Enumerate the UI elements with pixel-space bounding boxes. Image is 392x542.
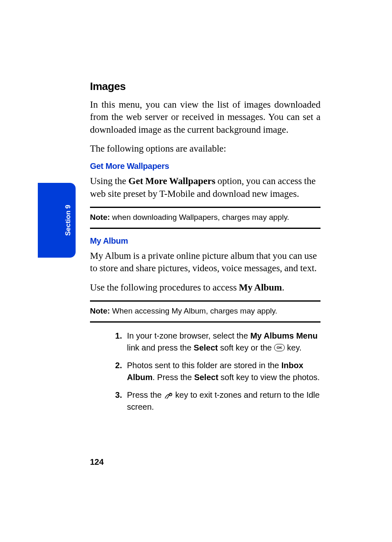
step-number: 2. <box>90 360 127 383</box>
subheading-my-album: My Album <box>90 236 321 246</box>
text: Using the <box>90 176 129 186</box>
text: In your t-zone browser, select the <box>127 331 250 340</box>
step-3: 3. Press the key to exit t-zones and ret… <box>90 389 321 413</box>
bold-my-album: My Album <box>239 282 282 293</box>
text: Press the <box>127 390 164 399</box>
note-body: when downloading Wallpapers, charges may… <box>110 213 289 221</box>
end-call-key-icon <box>164 392 173 400</box>
note-label: Note: <box>90 307 110 315</box>
text: Use the following procedures to access <box>90 282 239 293</box>
step-text: In your t-zone browser, select the My Al… <box>127 330 321 354</box>
step-2: 2. Photos sent to this folder are stored… <box>90 360 321 383</box>
note-wallpaper-charges: Note: when downloading Wallpapers, charg… <box>90 207 321 229</box>
step-text: Photos sent to this folder are stored in… <box>127 360 321 383</box>
bold-my-albums-menu: My Albums Menu <box>250 331 318 340</box>
my-album-desc: My Album is a private online picture alb… <box>90 250 321 275</box>
section-tab: Section 9 <box>38 183 76 258</box>
intro-paragraph-2: The following options are available: <box>90 143 321 155</box>
bold-select: Select <box>194 373 218 382</box>
bold-select: Select <box>194 343 218 352</box>
get-more-wallpapers-body: Using the Get More Wallpapers option, yo… <box>90 175 321 200</box>
my-album-access-line: Use the following procedures to access M… <box>90 281 321 294</box>
heading-images: Images <box>90 80 321 93</box>
text: key. <box>285 343 302 352</box>
text: soft key or the <box>218 343 274 352</box>
page-content: Images In this menu, you can view the li… <box>90 80 321 419</box>
text: Photos sent to this folder are stored in… <box>127 361 281 370</box>
ok-key-icon: OK <box>274 344 285 351</box>
intro-paragraph-1: In this menu, you can view the list of i… <box>90 99 321 136</box>
note-my-album-charges: Note: When accessing My Album, charges m… <box>90 300 321 323</box>
text: link and press the <box>127 343 194 352</box>
text: soft key to view the photos. <box>218 373 320 382</box>
step-number: 1. <box>90 330 127 354</box>
text: . Press the <box>152 373 194 382</box>
text: . <box>282 282 284 293</box>
subheading-get-more-wallpapers: Get More Wallpapers <box>90 161 321 171</box>
section-tab-label: Section 9 <box>64 205 72 236</box>
step-number: 3. <box>90 389 127 413</box>
note-body: When accessing My Album, charges may app… <box>110 307 277 315</box>
page-number: 124 <box>90 457 104 467</box>
step-text: Press the key to exit t-zones and return… <box>127 389 321 413</box>
bold-get-more-wallpapers: Get More Wallpapers <box>129 176 216 186</box>
steps-list: 1. In your t-zone browser, select the My… <box>90 330 321 413</box>
note-label: Note: <box>90 213 110 221</box>
step-1: 1. In your t-zone browser, select the My… <box>90 330 321 354</box>
